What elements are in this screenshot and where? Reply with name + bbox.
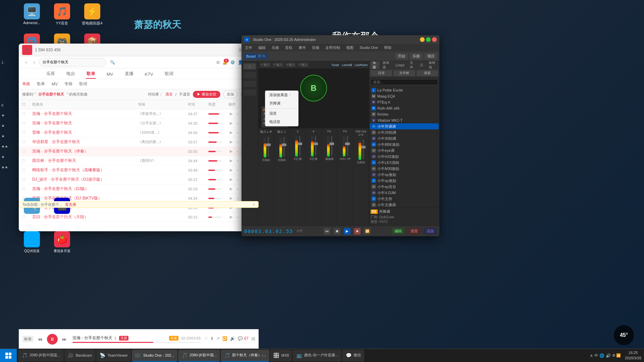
- channel-fader[interactable]: [315, 136, 316, 156]
- comment-btn[interactable]: 💬 67: [238, 336, 249, 342]
- add-icon[interactable]: +: [235, 158, 240, 164]
- subtab-mv[interactable]: MV: [52, 82, 58, 86]
- channel-fader[interactable]: [331, 136, 332, 156]
- menu-edit[interactable]: 编辑: [257, 45, 267, 51]
- mixer-channel[interactable]: 4 大打调: [306, 128, 321, 226]
- menu-view[interactable]: 视图: [345, 45, 355, 51]
- plugin-item[interactable]: 小 小牛30拍调: [370, 135, 439, 141]
- tab-mv[interactable]: MV: [106, 70, 114, 79]
- menu-audio[interactable]: 音频: [311, 45, 321, 51]
- tray-show-hidden[interactable]: ∧: [590, 353, 593, 358]
- add-btn[interactable]: 添加: [223, 90, 238, 98]
- play-icon[interactable]: ▶: [228, 158, 234, 164]
- tray-network[interactable]: 🌐: [599, 353, 604, 358]
- song-item[interactable]: ☐ 浩瀚 - 分手在那个秋天（伴奏） 03:55 ▶ + ⬇: [19, 147, 259, 156]
- nav-icon-1[interactable]: ⊞: [216, 60, 220, 65]
- plugin-item[interactable]: 小 小牛V-DJM: [370, 190, 439, 196]
- taskbar-item-live[interactable]: 📺 颜色-你一户外直播...: [293, 350, 341, 362]
- like-btn[interactable]: ♡: [204, 336, 208, 342]
- start-btn[interactable]: 开始: [395, 53, 408, 59]
- lexhall-label[interactable]: LexHall: [342, 63, 352, 67]
- tray-icon2[interactable]: 📶: [616, 353, 621, 358]
- tab-radio[interactable]: 电台: [66, 69, 76, 79]
- plugin-item[interactable]: 小 小牛sp音谷: [370, 184, 439, 190]
- plugin-item[interactable]: 小 小牛主播调: [370, 202, 439, 207]
- menu-studioone[interactable]: Studio One: [358, 45, 379, 50]
- download-action-btn[interactable]: ⬇: [210, 336, 214, 342]
- song-link[interactable]: 分手在那个秋天（DJ波仔版）: [51, 177, 104, 182]
- project-btn[interactable]: 项目: [425, 53, 437, 59]
- start-button[interactable]: [0, 349, 17, 362]
- not-matched-text[interactable]: 不遗音: [179, 92, 190, 97]
- taskbar-item-teamviewer[interactable]: 📡 TeamViewer: [96, 350, 131, 362]
- rtab-cloud[interactable]: 云: [418, 62, 425, 68]
- song-item[interactable]: ☐ 浩瀚 - 分手在那个秋天 《带着琴伤...》 04:37 ▶ + ⬇: [19, 109, 259, 119]
- nav-back-btn[interactable]: ‹: [23, 59, 30, 66]
- ctx-upgrade[interactable]: 升降调: [265, 99, 298, 108]
- channel-fader[interactable]: [299, 136, 301, 156]
- song-link[interactable]: 分手在那个秋天（高嗓番版）: [52, 168, 104, 172]
- studio-minimize-btn[interactable]: [420, 37, 425, 42]
- channel-fader[interactable]: [268, 137, 269, 157]
- tab-ktv[interactable]: KTV: [144, 70, 154, 79]
- plugin-item[interactable]: 小 小牛BBE激励: [370, 141, 439, 147]
- plugin-search-input[interactable]: [371, 79, 438, 85]
- nav-icon-2[interactable]: 🔔5: [222, 60, 227, 65]
- taskbar-item-qiutian[interactable]: 🎵 那个秋天（伴奏）-...: [221, 350, 269, 362]
- plugin-item[interactable]: V Vitalizer MK2-T: [370, 117, 439, 123]
- mixer-channel[interactable]: FX 颈颈调: [322, 128, 337, 226]
- add-icon[interactable]: +: [235, 168, 240, 173]
- plugin-item[interactable]: 小 小牛主持: [370, 196, 439, 202]
- file-tree-btn[interactable]: 文件树: [393, 70, 415, 76]
- tab-live[interactable]: 直播: [124, 69, 134, 79]
- notif-action[interactable]: 看直播: [65, 202, 76, 207]
- play-icon[interactable]: ▶: [228, 121, 234, 126]
- play-icon[interactable]: ▶: [228, 130, 234, 135]
- plugin-item[interactable]: M Maag EQ4: [370, 93, 439, 99]
- song-link[interactable]: 分手在那个秋天（DJ版）: [44, 186, 89, 191]
- taskbar-item-mx8[interactable]: 🎛️ MX8: [270, 350, 292, 362]
- player-prev-btn[interactable]: ⏮: [36, 335, 45, 344]
- song-item[interactable]: ☐ 雷锋 - 分手在那个秋天 《100%靠...》 04:56 ▶ + ⬇: [19, 128, 259, 137]
- rtab-loops[interactable]: Loops: [393, 63, 407, 68]
- menu-song[interactable]: 乐曲: [270, 45, 280, 51]
- channel-fader[interactable]: [283, 137, 285, 157]
- song-item[interactable]: ☐ DJ_波仔 - 分手在那个秋天（DJ波仔版） 05:22 ▶ + ⬇: [19, 175, 259, 184]
- add-icon[interactable]: +: [235, 215, 240, 220]
- transport-loop-btn[interactable]: 🔁: [364, 228, 371, 235]
- menu-transport[interactable]: 走带控制: [324, 45, 341, 51]
- song-link[interactable]: 分手在那个秋天: [44, 130, 72, 135]
- song-link[interactable]: 分手在那个秋天: [48, 158, 76, 163]
- transport-record-btn[interactable]: ⏺: [354, 228, 361, 235]
- song-btn[interactable]: 乐曲: [410, 53, 423, 59]
- song-link[interactable]: 分手在那个秋天: [52, 139, 80, 144]
- tab-library[interactable]: 乐库: [46, 69, 56, 79]
- taskbar-item-studio[interactable]: 🎼 Studio One - 202...: [132, 350, 177, 362]
- left-icon-2[interactable]: [244, 72, 256, 78]
- left-icon-1[interactable]: ↕: [244, 63, 256, 69]
- add-icon[interactable]: +: [235, 130, 240, 135]
- menu-track[interactable]: 音轨: [284, 45, 294, 51]
- catalog-btn[interactable]: 目录: [371, 70, 392, 76]
- taskbar-item-bandicam[interactable]: 🎥 Bandicam: [64, 350, 96, 362]
- song-item[interactable]: ☐ 网络歌手 - 分手在那个秋天（高嗓番版） 03:48 ▶ + ⬇: [19, 166, 259, 175]
- channel-fader[interactable]: [363, 139, 364, 159]
- nav-forward-btn[interactable]: ›: [31, 59, 38, 66]
- play-icon[interactable]: ▶: [228, 196, 234, 201]
- song-item[interactable]: ☐ 雨宗林 - 分手在那个秋天 《遇情IV》 04:44 ▶ + ⬇: [19, 156, 259, 166]
- play-icon[interactable]: ▶: [228, 149, 234, 154]
- plugin-item[interactable]: 小 小牛25拍调: [370, 129, 439, 135]
- left-icon-3[interactable]: [244, 81, 256, 87]
- subtab-album[interactable]: 专辑: [64, 81, 72, 87]
- player-pause-btn[interactable]: ⏸: [47, 334, 58, 345]
- add-icon[interactable]: +: [235, 186, 240, 192]
- play-icon[interactable]: ▶: [228, 139, 234, 145]
- desktop-icon-qqbrowser[interactable]: 🌐 QQ浏览器: [20, 231, 44, 253]
- song-link[interactable]: 分手在那个秋天: [44, 121, 72, 125]
- transport-rewind-btn[interactable]: ⏮: [324, 228, 330, 235]
- song-item[interactable]: ☐ 浩瀚 - 分手在那个秋天 《分手在那...》 04:30 ▶ + ⬇: [19, 119, 259, 128]
- matched-text[interactable]: 遇音: [165, 92, 173, 97]
- ctx-electric[interactable]: 电话音: [265, 118, 298, 126]
- boost-knob[interactable]: B: [300, 75, 327, 102]
- fx-label[interactable]: + 输入: [285, 62, 297, 67]
